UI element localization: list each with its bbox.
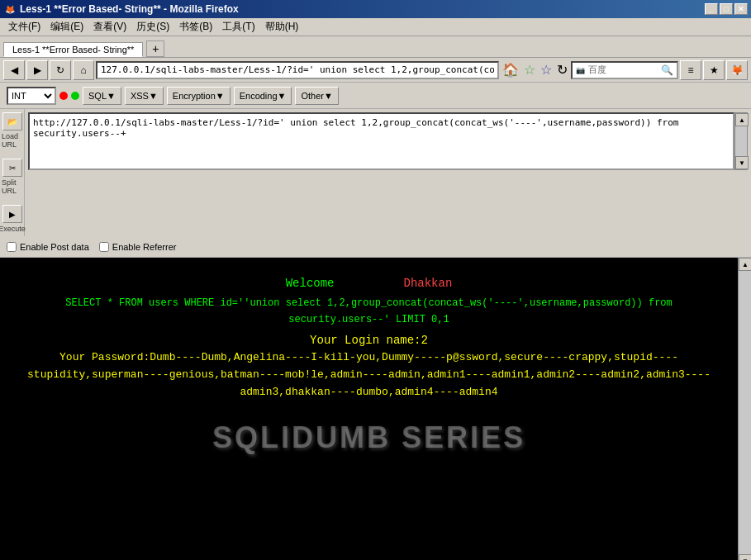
- referrer-text: Enable Referrer: [112, 242, 177, 252]
- menu-edit[interactable]: 编辑(E): [45, 18, 88, 36]
- reload-button[interactable]: ↻: [50, 60, 71, 80]
- home-button[interactable]: ⌂: [73, 60, 94, 80]
- window-title: Less-1 **Error Based- String** - Mozilla…: [20, 3, 239, 15]
- post-data-checkbox[interactable]: [7, 242, 17, 252]
- output-area: Welcome Dhakkan SELECT * FROM users WHER…: [0, 258, 738, 560]
- tab-main[interactable]: Less-1 **Error Based- String**: [3, 42, 143, 57]
- sqli-toolbar: INT STRING FLOAT SQL▼ XSS▼ Encryption▼ E…: [0, 83, 751, 109]
- menu-tools[interactable]: 工具(T): [217, 18, 259, 36]
- welcome-line: Welcome Dhakkan: [25, 274, 713, 292]
- menu-bookmarks[interactable]: 书签(B): [174, 18, 217, 36]
- minimize-button[interactable]: _: [705, 3, 718, 15]
- home-icon[interactable]: 🏠: [502, 62, 519, 78]
- maximize-button[interactable]: □: [720, 3, 733, 15]
- menu-icon-btn[interactable]: ≡: [680, 60, 701, 80]
- output-scroll-track: [739, 271, 751, 554]
- watermark: SQLIDUMB SERIES: [25, 415, 713, 458]
- forward-button[interactable]: ▶: [26, 60, 48, 80]
- load-url-label[interactable]: Load URL: [2, 132, 22, 149]
- output-scroll-down[interactable]: ▼: [739, 554, 751, 560]
- referrer-checkbox[interactable]: [99, 242, 109, 252]
- password-label: Your Password:: [59, 351, 150, 363]
- search-box[interactable]: 📷 百度 🔍: [571, 61, 678, 79]
- bookmark-btn[interactable]: ★: [703, 60, 725, 80]
- address-bar: ◀ ▶ ↻ ⌂ 🏠 ☆ ☆ ↻ 📷 百度 🔍 ≡ ★ 🦊: [0, 58, 751, 83]
- url-input-wrap: http://127.0.0.1/sqli-labs-master/Less-1…: [28, 112, 748, 170]
- search-placeholder: 百度: [585, 64, 661, 76]
- split-url-label[interactable]: Split URL: [2, 178, 22, 195]
- menu-view[interactable]: 查看(V): [88, 18, 131, 36]
- ff-btn[interactable]: 🦊: [726, 60, 748, 80]
- window-controls[interactable]: _ □ ✕: [705, 3, 748, 15]
- checkbox-row: Enable Post data Enable Referrer: [0, 236, 751, 258]
- type-select[interactable]: INT STRING FLOAT: [7, 87, 56, 105]
- close-button[interactable]: ✕: [734, 3, 748, 15]
- back-button[interactable]: ◀: [3, 60, 25, 80]
- scroll-track: [735, 126, 747, 156]
- tab-bar: Less-1 **Error Based- String** +: [0, 36, 751, 58]
- execute-label[interactable]: Execute: [0, 225, 26, 233]
- post-data-label[interactable]: Enable Post data: [7, 242, 89, 252]
- welcome-text: Welcome: [286, 277, 335, 290]
- referrer-label[interactable]: Enable Referrer: [99, 242, 177, 252]
- login-name: Your Login name:2: [25, 331, 713, 349]
- main-input-area: 📂 Load URL ✂ Split URL ▶ Execute http://…: [0, 109, 751, 236]
- star-icon[interactable]: ☆: [524, 62, 535, 78]
- output-scrollbar: ▲ ▼: [738, 258, 751, 560]
- execute-icon[interactable]: ▶: [2, 205, 22, 223]
- refresh-icon[interactable]: ↻: [557, 62, 568, 78]
- password-line: Your Password:Dumb----Dumb,Angelina----I…: [25, 349, 713, 401]
- red-dot: [59, 92, 68, 100]
- sql-query: SELECT * FROM users WHERE id=''union sel…: [25, 296, 713, 327]
- menu-bar: 文件(F) 编辑(E) 查看(V) 历史(S) 书签(B) 工具(T) 帮助(H…: [0, 18, 751, 36]
- search-button[interactable]: 🔍: [661, 64, 673, 76]
- url-textarea[interactable]: http://127.0.0.1/sqli-labs-master/Less-1…: [28, 112, 734, 170]
- xss-button[interactable]: XSS▼: [125, 87, 164, 105]
- split-url-icon[interactable]: ✂: [2, 159, 22, 177]
- load-url-icon[interactable]: 📂: [2, 112, 22, 131]
- output-wrapper: Welcome Dhakkan SELECT * FROM users WHER…: [0, 258, 751, 560]
- output-scroll-up[interactable]: ▲: [739, 258, 751, 271]
- green-dot: [71, 92, 79, 100]
- menu-help[interactable]: 帮助(H): [260, 18, 304, 36]
- other-button[interactable]: Other▼: [295, 87, 338, 105]
- tab-label: Less-1 **Error Based- String**: [12, 45, 134, 55]
- dhakkan-name: Dhakkan: [404, 277, 453, 290]
- scroll-up-btn[interactable]: ▲: [735, 113, 749, 126]
- star2-icon[interactable]: ☆: [540, 62, 552, 78]
- menu-history[interactable]: 历史(S): [131, 18, 174, 36]
- scroll-down-btn[interactable]: ▼: [735, 156, 749, 169]
- encoding-button[interactable]: Encoding▼: [234, 87, 292, 105]
- sql-button[interactable]: SQL▼: [83, 87, 121, 105]
- menu-file[interactable]: 文件(F): [3, 18, 45, 36]
- url-area: http://127.0.0.1/sqli-labs-master/Less-1…: [25, 109, 751, 236]
- side-toolbar: 📂 Load URL ✂ Split URL ▶ Execute: [0, 109, 25, 236]
- post-data-text: Enable Post data: [20, 242, 89, 252]
- title-bar: 🦊 Less-1 **Error Based- String** - Mozil…: [0, 0, 751, 18]
- firefox-icon: 🦊: [3, 2, 17, 16]
- search-provider-icon: 📷: [576, 66, 585, 74]
- new-tab-button[interactable]: +: [146, 40, 164, 57]
- address-input[interactable]: [96, 61, 499, 79]
- encryption-button[interactable]: Encryption▼: [167, 87, 231, 105]
